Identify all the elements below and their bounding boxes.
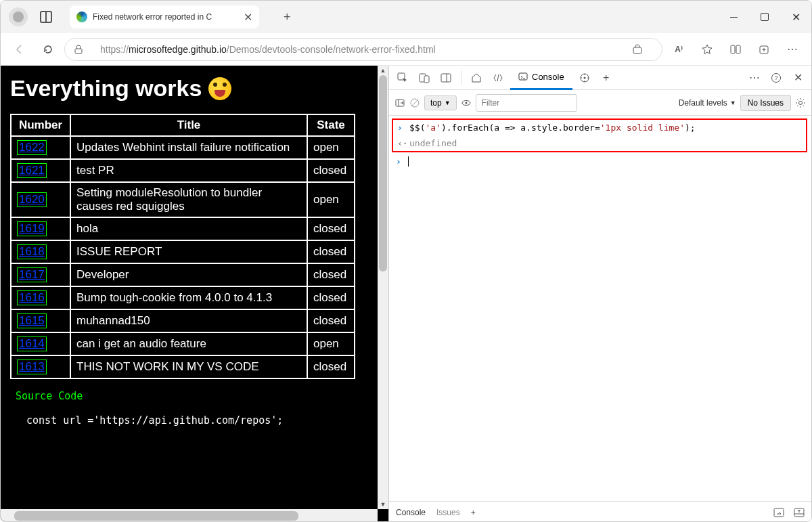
window-maximize-button[interactable] (749, 1, 780, 33)
svg-point-21 (799, 101, 803, 104)
drawer-issues-tab[interactable]: Issues (436, 508, 460, 517)
issue-state: closed (307, 263, 355, 286)
issue-title: test PR (70, 159, 307, 182)
issue-link[interactable]: 1615 (17, 313, 47, 328)
split-screen-button[interactable] (723, 37, 748, 62)
address-bar[interactable]: https://microsoftedge.github.io/Demos/de… (64, 38, 662, 61)
svg-point-12 (583, 77, 585, 79)
new-tab-button[interactable]: + (284, 10, 291, 24)
log-levels-selector[interactable]: Default levels▼ (679, 98, 736, 108)
favorite-button[interactable] (695, 37, 719, 62)
no-issues-badge[interactable]: No Issues (740, 95, 791, 111)
sources-tab-icon[interactable] (575, 68, 594, 87)
col-state: State (307, 114, 355, 136)
drawer-add-tab-button[interactable]: + (471, 508, 476, 517)
console-body[interactable]: › $$('a').forEach(a => a.style.border='1… (389, 116, 811, 501)
profile-avatar[interactable] (9, 7, 28, 26)
issue-title: can i get an audio feature (70, 332, 307, 355)
devtools-close-icon[interactable]: ✕ (788, 68, 807, 87)
issue-link[interactable]: 1617 (17, 267, 47, 282)
window-minimize-button[interactable] (718, 1, 749, 33)
col-number: Number (11, 114, 70, 136)
issues-table: Number Title State 1622Updates Webhint i… (10, 114, 355, 379)
svg-rect-3 (736, 45, 740, 53)
devtools-pane: Console + ⋯ ? ✕ top▼ (388, 66, 811, 522)
svg-rect-1 (633, 47, 641, 53)
tab-title: Fixed network error reported in C (93, 12, 238, 22)
clear-console-icon[interactable] (409, 97, 420, 108)
table-row: 1616Bump tough-cookie from 4.0.0 to 4.1.… (11, 286, 355, 309)
nav-back-button[interactable] (7, 37, 32, 62)
source-code-line: const url ='https://api.github.com/repos… (26, 414, 379, 427)
table-row: 1618ISSUE REPORTclosed (11, 240, 355, 263)
devtools-tabbar: Console + ⋯ ? ✕ (389, 66, 811, 90)
svg-rect-22 (774, 508, 784, 517)
console-output-line: ‹· undefined (393, 135, 806, 151)
console-settings-icon[interactable] (795, 97, 806, 108)
drawer-collapse-icon[interactable] (794, 508, 805, 517)
text-cursor (408, 156, 409, 167)
table-row: 1617Developerclosed (11, 263, 355, 286)
issue-link[interactable]: 1621 (17, 163, 47, 178)
issue-title: muhannad150 (70, 309, 307, 332)
issue-link[interactable]: 1616 (17, 290, 47, 305)
console-tab[interactable]: Console (510, 66, 572, 90)
devtools-drawer: Console Issues + (389, 501, 811, 522)
scroll-up-icon[interactable]: ▲ (378, 67, 388, 74)
devtools-more-icon[interactable]: ⋯ (745, 68, 764, 87)
table-row: 1620Setting moduleResolution to bundler … (11, 182, 355, 217)
url-text: https://microsoftedge.github.io/Demos/de… (100, 44, 627, 55)
svg-rect-8 (441, 74, 451, 82)
window-close-button[interactable]: ✕ (780, 1, 811, 33)
scroll-thumb-h[interactable] (14, 511, 298, 521)
issue-state: open (307, 136, 355, 159)
tab-close-icon[interactable]: ✕ (244, 11, 252, 24)
tab-actions-icon[interactable] (40, 11, 52, 23)
svg-rect-0 (75, 49, 82, 53)
nav-refresh-button[interactable] (36, 37, 60, 62)
issue-link[interactable]: 1613 (17, 360, 47, 374)
issue-link[interactable]: 1614 (17, 336, 47, 351)
console-prompt[interactable]: › (389, 152, 811, 171)
horizontal-scrollbar[interactable] (1, 509, 378, 522)
drawer-expand-icon[interactable] (773, 508, 784, 517)
settings-menu-button[interactable]: ⋯ (780, 37, 805, 62)
table-row: 1614can i get an audio featureopen (11, 332, 355, 355)
site-info-icon[interactable] (73, 44, 95, 55)
vertical-scrollbar[interactable]: ▲ ▼ (378, 66, 388, 509)
dock-side-icon[interactable] (436, 68, 455, 87)
svg-line-18 (412, 100, 418, 106)
elements-tab-icon[interactable] (489, 68, 508, 87)
drawer-console-tab[interactable]: Console (396, 508, 426, 517)
svg-rect-2 (731, 45, 735, 53)
issue-link[interactable]: 1619 (17, 221, 47, 236)
inspect-element-icon[interactable] (393, 68, 412, 87)
issue-state: open (307, 332, 355, 355)
issue-link[interactable]: 1622 (17, 140, 47, 155)
console-toolbar: top▼ Default levels▼ No Issues (389, 90, 811, 116)
console-filter-input[interactable] (476, 94, 577, 112)
device-emulation-icon[interactable] (415, 68, 434, 87)
collections-button[interactable] (752, 37, 776, 62)
devtools-help-icon[interactable]: ? (767, 68, 786, 87)
context-selector[interactable]: top▼ (424, 95, 457, 110)
console-sidebar-toggle-icon[interactable] (394, 97, 405, 108)
more-tabs-button[interactable]: + (597, 68, 616, 87)
shopping-icon[interactable] (632, 44, 654, 55)
scroll-thumb[interactable] (379, 75, 387, 271)
issue-link[interactable]: 1618 (17, 244, 47, 259)
emoji-smile-icon (208, 77, 231, 100)
browser-tab[interactable]: Fixed network error reported in C ✕ (70, 5, 259, 28)
read-aloud-button[interactable]: A⁾ (667, 37, 691, 62)
table-row: 1613THIS NOT WORK IN MY VS CODEclosed (11, 355, 355, 378)
table-row: 1622Updates Webhint install failure noti… (11, 136, 355, 159)
issue-link[interactable]: 1620 (17, 192, 47, 207)
highlight-annotation: › $$('a').forEach(a => a.style.border='1… (392, 118, 807, 152)
issue-title: THIS NOT WORK IN MY VS CODE (70, 355, 307, 378)
console-output-text: undefined (409, 138, 457, 148)
live-expression-icon[interactable] (461, 97, 472, 108)
issue-state: closed (307, 309, 355, 332)
scroll-down-icon[interactable]: ▼ (378, 501, 388, 508)
table-row: 1621test PRclosed (11, 159, 355, 182)
welcome-tab-icon[interactable] (467, 68, 486, 87)
